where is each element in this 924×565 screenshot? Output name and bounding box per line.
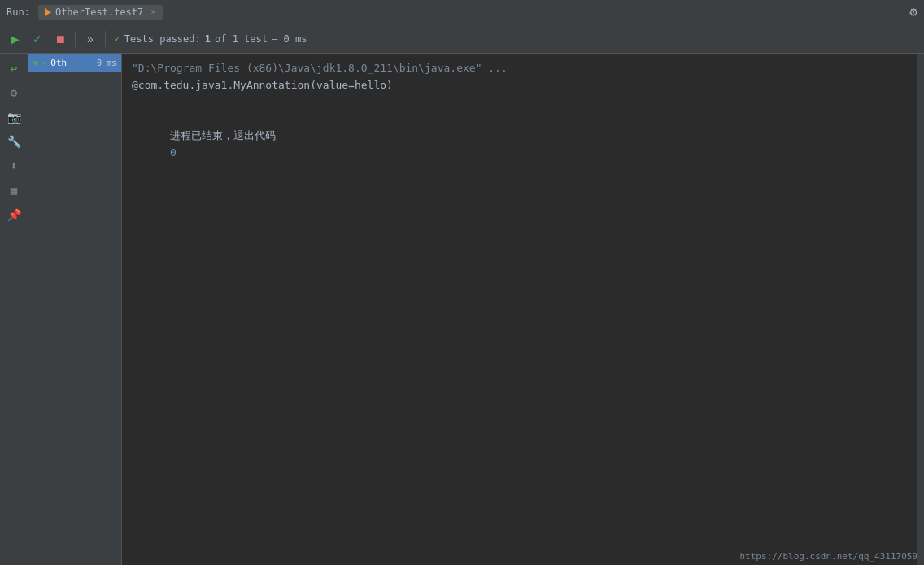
tab-othertest[interactable]: OtherTest.test7 × [38,5,163,20]
toolbar-separator [75,31,76,47]
check-button[interactable]: ✓ [28,29,47,49]
more-button[interactable]: » [81,29,100,49]
right-scrollbar[interactable] [917,54,924,565]
stop-button[interactable]: ⏹ [50,29,70,49]
item-check-icon: ✓ [41,57,47,68]
tests-passed-text: Tests passed: [124,33,201,45]
item-expand-arrow: ▼ [33,59,38,67]
sidebar-settings-icon[interactable]: ⚙ [2,81,25,104]
tab-close-button[interactable]: × [150,7,156,17]
output-line-2: @com.tedu.java1.MyAnnotation(value=hello… [132,77,908,94]
output-line-blank [132,94,908,111]
tests-duration: – 0 ms [272,33,307,45]
tests-passed-label: ✓ Tests passed: 1 of 1 test – 0 ms [114,33,307,45]
tests-of: of 1 test [215,33,268,45]
sidebar: ↩ ⚙ 📷 🔧 ⬇ ▦ 📌 [0,54,28,565]
sidebar-layout-icon[interactable]: ▦ [2,179,25,202]
test-panel: ▼ ✓ Oth 0 ms [28,54,122,565]
title-bar: Run: OtherTest.test7 × ⚙ [0,0,924,24]
run-label: Run: [7,7,30,18]
output-line-3: 进程已结束，退出代码 0 [132,111,908,178]
toolbar-separator-2 [105,31,106,47]
tab-play-icon [45,8,51,16]
tab-name: OtherTest.test7 [55,7,143,18]
sidebar-tools-icon[interactable]: 🔧 [2,130,25,153]
sidebar-rerun-icon[interactable]: ↩ [2,57,25,80]
item-time: 0 ms [97,59,116,67]
run-button[interactable]: ▶ [5,29,24,49]
output-line-1: "D:\Program Files (x86)\Java\jdk1.8.0_21… [132,60,908,77]
item-label: Oth [50,58,94,68]
sidebar-import-icon[interactable]: ⬇ [2,154,25,177]
main-area: ↩ ⚙ 📷 🔧 ⬇ ▦ 📌 ▼ ✓ Oth 0 ms "D:\Program F… [0,54,924,565]
sidebar-snapshot-icon[interactable]: 📷 [2,106,25,128]
pass-checkmark-icon: ✓ [114,33,120,45]
output-area[interactable]: "D:\Program Files (x86)\Java\jdk1.8.0_21… [122,54,917,565]
gear-icon[interactable]: ⚙ [909,4,917,20]
footer-url: https://blog.csdn.net/qq_43117059 [739,551,917,562]
exit-code: 0 [170,146,177,159]
tests-count: 1 [205,33,211,45]
test-item[interactable]: ▼ ✓ Oth 0 ms [28,54,121,72]
sidebar-pin-icon[interactable]: 📌 [2,203,25,226]
toolbar: ▶ ✓ ⏹ » ✓ Tests passed: 1 of 1 test – 0 … [0,24,924,54]
exit-text: 进程已结束，退出代码 [170,129,276,141]
